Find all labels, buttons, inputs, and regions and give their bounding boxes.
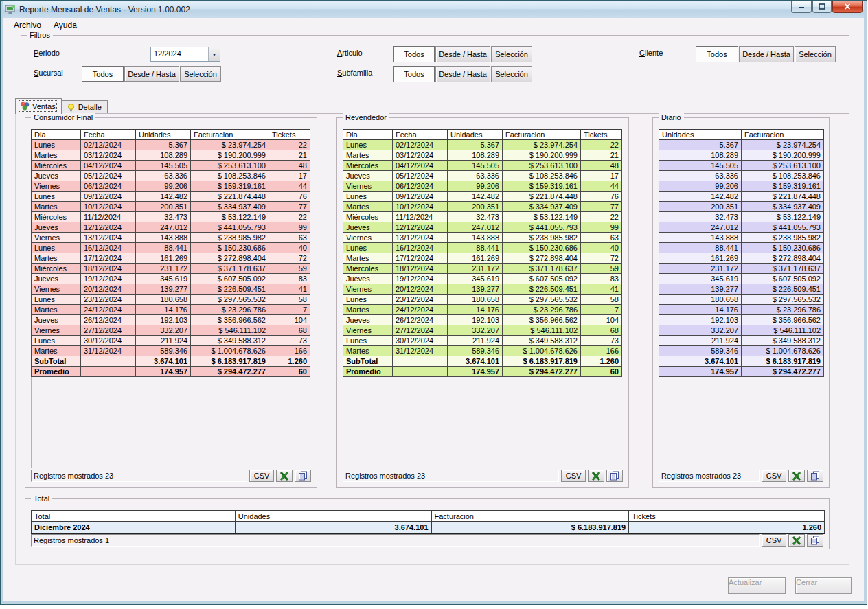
table-row[interactable]: Martes03/12/2024108.289$ 190.200.99921 [32, 150, 310, 161]
table-row[interactable]: Viernes06/12/202499.206$ 159.319.16144 [32, 181, 310, 192]
table-row[interactable]: Lunes02/12/20245.367-$ 23.974.25422 [343, 140, 622, 150]
table-row[interactable]: Miércoles04/12/2024145.505$ 253.613.1004… [32, 161, 310, 171]
table-row[interactable]: Jueves26/12/2024192.103$ 356.966.562104 [32, 315, 310, 325]
table-row[interactable]: 108.289$ 190.200.999 [659, 150, 824, 161]
table-row[interactable]: Viernes27/12/2024332.207$ 546.111.10268 [32, 325, 310, 336]
table-row[interactable]: Viernes20/12/2024139.277$ 226.509.45141 [32, 284, 310, 295]
table-row[interactable]: 139.277$ 226.509.451 [659, 284, 824, 295]
table-row[interactable]: Jueves12/12/2024247.012$ 441.055.79399 [343, 222, 622, 233]
table-row[interactable]: Jueves05/12/202463.336$ 108.253.84617 [32, 171, 310, 181]
table-row[interactable]: Martes31/12/2024589.346$ 1.004.678.62616… [32, 346, 310, 356]
table-row[interactable]: 345.619$ 607.505.092 [659, 274, 824, 284]
tab-detalle[interactable]: Detalle [62, 100, 108, 114]
table-row[interactable]: 180.658$ 297.565.532 [659, 295, 824, 305]
table-row[interactable]: 200.351$ 334.937.409 [659, 202, 824, 212]
table-row[interactable]: 247.012$ 441.055.793 [659, 222, 824, 233]
cliente-desde-hasta-button[interactable]: Desde / Hasta [739, 46, 794, 62]
summary-row[interactable]: Promedio174.957$ 294.472.27760 [343, 367, 622, 377]
table-row[interactable]: Miércoles11/12/202432.473$ 53.122.14922 [343, 212, 622, 222]
cliente-seleccion-button[interactable]: Selección [795, 46, 836, 62]
table-row[interactable]: Martes24/12/202414.176$ 23.296.7867 [32, 305, 310, 315]
table-row[interactable]: Miércoles18/12/2024231.172$ 371.178.6375… [32, 264, 310, 274]
table-row[interactable]: Viernes06/12/202499.206$ 159.319.16144 [343, 181, 622, 192]
table-row[interactable]: Miércoles18/12/2024231.172$ 371.178.6375… [343, 264, 622, 274]
cliente-todos-button[interactable]: Todos [696, 46, 738, 62]
menu-ayuda[interactable]: Ayuda [47, 19, 83, 32]
table-row[interactable]: 88.441$ 150.230.686 [659, 243, 824, 253]
articulo-desde-hasta-button[interactable]: Desde / Hasta [435, 46, 490, 62]
table-row[interactable]: 145.505$ 253.613.100 [659, 161, 824, 171]
csv-export-button[interactable]: CSV [762, 534, 786, 547]
actualizar-button[interactable]: Actualizar [728, 577, 786, 594]
csv-export-button[interactable]: CSV [762, 470, 786, 482]
table-row[interactable]: 99.206$ 159.319.161 [659, 181, 824, 192]
menu-archivo[interactable]: Archivo [8, 19, 47, 32]
summary-row[interactable]: Promedio174.957$ 294.472.27760 [32, 367, 310, 377]
chevron-down-icon[interactable]: ▼ [208, 47, 220, 61]
table-row[interactable]: Lunes30/12/2024211.924$ 349.588.31273 [343, 336, 622, 346]
summary-row[interactable]: SubTotal3.674.101$ 6.183.917.8191.260 [343, 356, 622, 367]
sucursal-desde-hasta-button[interactable]: Desde / Hasta [124, 66, 179, 82]
table-row[interactable]: Miércoles11/12/202432.473$ 53.122.14922 [32, 212, 310, 222]
table-row[interactable]: Miércoles04/12/2024145.505$ 253.613.1004… [343, 161, 622, 171]
table-row[interactable]: 142.482$ 221.874.448 [659, 192, 824, 202]
csv-export-button[interactable]: CSV [249, 470, 274, 482]
table-row[interactable]: 161.269$ 272.898.404 [659, 253, 824, 264]
summary-row[interactable]: SubTotal3.674.101$ 6.183.917.8191.260 [32, 356, 310, 367]
copy-button[interactable] [807, 470, 823, 482]
table-row[interactable]: 143.888$ 238.985.982 [659, 233, 824, 243]
sucursal-seleccion-button[interactable]: Selección [180, 66, 221, 82]
table-row[interactable]: Lunes30/12/2024211.924$ 349.588.31273 [32, 336, 310, 346]
table-row[interactable]: Martes10/12/2024200.351$ 334.937.40977 [32, 202, 310, 212]
table-row[interactable]: 211.924$ 349.588.312 [659, 336, 824, 346]
sucursal-todos-button[interactable]: Todos [82, 66, 124, 82]
table-row[interactable]: Lunes23/12/2024180.658$ 297.565.53258 [343, 295, 622, 305]
table-row[interactable]: Lunes23/12/2024180.658$ 297.565.53258 [32, 295, 310, 305]
subfamilia-todos-button[interactable]: Todos [393, 66, 435, 82]
periodo-combobox[interactable]: 12/2024 ▼ [150, 47, 220, 62]
table-row[interactable]: Martes31/12/2024589.346$ 1.004.678.62616… [343, 346, 622, 356]
table-row[interactable]: Martes17/12/2024161.269$ 272.898.40472 [343, 253, 622, 264]
table-row[interactable]: Lunes16/12/202488.441$ 150.230.68640 [343, 243, 622, 253]
total-row[interactable]: Diciembre 20243.674.101$ 6.183.917.8191.… [32, 522, 825, 533]
maximize-button[interactable] [812, 1, 832, 13]
table-row[interactable]: Viernes13/12/2024143.888$ 238.985.98263 [343, 233, 622, 243]
table-row[interactable]: Viernes13/12/2024143.888$ 238.985.98263 [32, 233, 310, 243]
table-row[interactable]: Martes03/12/2024108.289$ 190.200.99921 [343, 150, 622, 161]
table-row[interactable]: Jueves19/12/2024345.619$ 607.505.09283 [32, 274, 310, 284]
table-row[interactable]: Jueves12/12/2024247.012$ 441.055.79399 [32, 222, 310, 233]
minimize-button[interactable] [791, 1, 812, 13]
table-row[interactable]: 14.176$ 23.296.786 [659, 305, 824, 315]
table-row[interactable]: Martes10/12/2024200.351$ 334.937.40977 [343, 202, 622, 212]
table-row[interactable]: Jueves26/12/2024192.103$ 356.966.562104 [343, 315, 622, 325]
table-row[interactable]: Martes17/12/2024161.269$ 272.898.40472 [32, 253, 310, 264]
table-row[interactable]: 192.103$ 356.966.562 [659, 315, 824, 325]
excel-export-button[interactable] [588, 470, 604, 482]
articulo-todos-button[interactable]: Todos [393, 46, 435, 62]
excel-export-button[interactable] [788, 470, 805, 482]
copy-button[interactable] [606, 470, 623, 482]
table-row[interactable]: Jueves19/12/2024345.619$ 607.505.09283 [343, 274, 622, 284]
table-row[interactable]: Viernes20/12/2024139.277$ 226.509.45141 [343, 284, 622, 295]
summary-row[interactable]: 174.957$ 294.472.277 [659, 367, 824, 377]
table-row[interactable]: 589.346$ 1.004.678.626 [659, 346, 824, 356]
table-row[interactable]: 32.473$ 53.122.149 [659, 212, 824, 222]
table-row[interactable]: Lunes09/12/2024142.482$ 221.874.44876 [343, 192, 622, 202]
articulo-seleccion-button[interactable]: Selección [491, 46, 532, 62]
tab-ventas[interactable]: Ventas [15, 98, 62, 114]
cerrar-button[interactable]: Cerrar [795, 577, 852, 594]
excel-export-button[interactable] [788, 534, 805, 547]
csv-export-button[interactable]: CSV [561, 470, 586, 482]
table-row[interactable]: Lunes16/12/202488.441$ 150.230.68640 [32, 243, 310, 253]
copy-button[interactable] [807, 534, 823, 547]
subfamilia-desde-hasta-button[interactable]: Desde / Hasta [435, 66, 490, 82]
copy-button[interactable] [295, 470, 311, 482]
table-row[interactable]: Martes24/12/202414.176$ 23.296.7867 [343, 305, 622, 315]
table-row[interactable]: Lunes09/12/2024142.482$ 221.874.44876 [32, 192, 310, 202]
subfamilia-seleccion-button[interactable]: Selección [491, 66, 532, 82]
table-row[interactable]: 332.207$ 546.111.102 [659, 325, 824, 336]
table-row[interactable]: Lunes02/12/20245.367-$ 23.974.25422 [32, 140, 310, 150]
table-row[interactable]: Viernes27/12/2024332.207$ 546.111.10268 [343, 325, 622, 336]
table-row[interactable]: 5.367-$ 23.974.254 [659, 140, 824, 150]
table-row[interactable]: 231.172$ 371.178.637 [659, 264, 824, 274]
